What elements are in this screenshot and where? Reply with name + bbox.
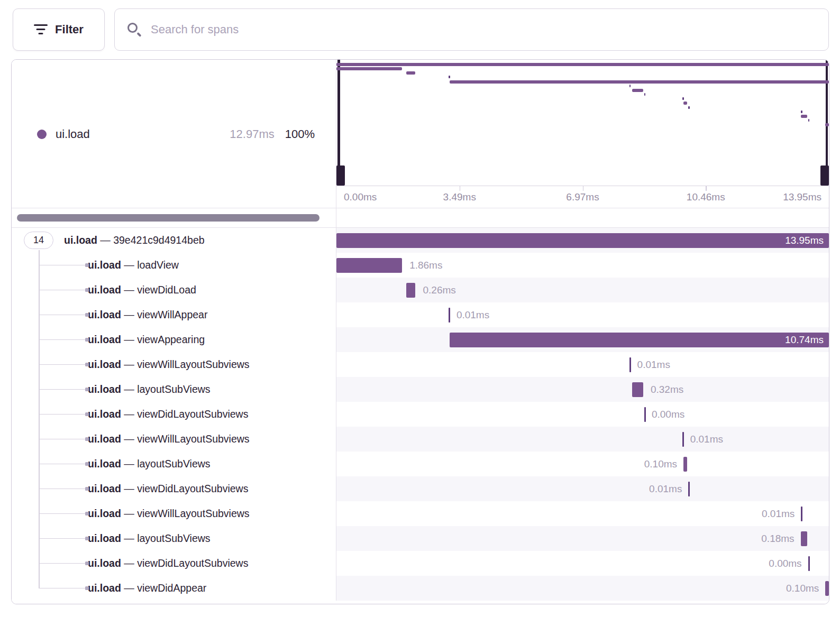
tree-connector-horizontal <box>39 389 85 390</box>
span-title: ui.load — viewDidLayoutSubviews <box>88 483 248 495</box>
op-duration: 12.97ms <box>230 127 274 141</box>
span-bar-cell: 0.01ms <box>336 352 829 377</box>
span-duration-label: 10.74ms <box>450 333 829 347</box>
span-row[interactable]: ui.load — viewWillLayoutSubviews0.01ms <box>12 427 829 452</box>
tree-connector-dot <box>85 437 89 441</box>
span-tree-cell: ui.load — viewDidLayoutSubviews <box>12 551 336 576</box>
span-duration-label: 1.86ms <box>409 260 442 271</box>
span-row[interactable]: 14ui.load — 39e421c9d4914beb13.95ms <box>12 228 829 253</box>
tree-connector-horizontal <box>39 538 85 539</box>
span-title: ui.load — viewWillLayoutSubviews <box>88 358 250 371</box>
span-row[interactable]: ui.load — viewWillLayoutSubviews0.01ms <box>12 501 829 526</box>
span-duration-bar[interactable] <box>406 283 415 298</box>
tree-connector-dot <box>85 388 89 391</box>
minimap-right-handle[interactable] <box>820 165 829 186</box>
span-duration-bar[interactable] <box>825 581 829 596</box>
span-duration-bar[interactable]: 13.95ms <box>336 233 829 248</box>
filter-icon <box>34 24 48 35</box>
span-row[interactable]: ui.load — viewDidLoad0.26ms <box>12 278 829 302</box>
tree-connector-dot <box>85 586 89 590</box>
span-duration-bar[interactable] <box>644 407 646 422</box>
minimap-span-bar <box>801 111 802 113</box>
span-bar-cell: 0.01ms <box>336 302 829 327</box>
toolbar: Filter <box>13 8 829 51</box>
axis-tick-label: 0.00ms <box>344 191 377 203</box>
axis-tick-label: 6.97ms <box>566 191 599 203</box>
span-duration-bar[interactable] <box>629 357 631 372</box>
filter-button[interactable]: Filter <box>13 8 105 51</box>
filter-button-label: Filter <box>55 23 84 36</box>
span-duration-label: 0.01ms <box>762 508 795 520</box>
span-duration-bar[interactable] <box>449 308 450 323</box>
trace-panel: ui.load 12.97ms 100% 0.00ms3.49ms6.97ms1… <box>11 59 829 604</box>
span-tree-cell: ui.load — viewDidLayoutSubviews <box>12 476 336 501</box>
span-bar-cell: 1.86ms <box>336 253 829 278</box>
minimap-span-bar <box>336 63 829 66</box>
span-row[interactable]: ui.load — layoutSubViews0.10ms <box>12 452 829 476</box>
span-duration-bar[interactable] <box>632 382 643 397</box>
span-title: ui.load — viewWillAppear <box>88 309 207 321</box>
span-row[interactable]: ui.load — layoutSubViews0.32ms <box>12 377 829 402</box>
tree-connector-horizontal <box>39 563 85 564</box>
span-tree-cell: ui.load — viewDidLayoutSubviews <box>12 402 336 427</box>
span-bar-cell: 0.01ms <box>336 476 829 501</box>
span-title: ui.load — viewDidLoad <box>88 284 196 296</box>
span-duration-bar[interactable]: 10.74ms <box>450 333 829 347</box>
span-duration-bar[interactable] <box>801 507 802 521</box>
span-row[interactable]: ui.load — viewDidLayoutSubviews0.01ms <box>12 476 829 501</box>
axis-tick-mark <box>583 186 584 191</box>
span-row[interactable]: ui.load — viewDidLayoutSubviews0.00ms <box>12 402 829 427</box>
op-name: ui.load <box>56 127 90 141</box>
op-color-dot <box>37 130 47 139</box>
span-row[interactable]: ui.load — viewDidAppear0.10ms <box>12 576 829 601</box>
minimap-span-bar <box>629 85 631 87</box>
span-row[interactable]: ui.load — viewDidLayoutSubviews0.00ms <box>12 551 829 576</box>
tree-connector-dot <box>85 313 89 317</box>
tree-connector-dot <box>85 288 89 292</box>
trace-minimap[interactable] <box>336 60 829 186</box>
span-duration-label: 0.18ms <box>761 533 794 545</box>
tree-connector-horizontal <box>39 315 85 316</box>
span-bar-cell: 0.00ms <box>336 402 829 427</box>
span-duration-bar[interactable] <box>336 258 402 273</box>
minimap-span-bar <box>406 71 415 75</box>
axis-tick-mark <box>706 186 707 191</box>
span-row[interactable]: ui.load — loadView1.86ms <box>12 253 829 278</box>
span-title: ui.load — viewAppearing <box>88 334 205 346</box>
span-tree-cell: ui.load — viewDidLoad <box>12 278 336 302</box>
axis-section: 0.00ms3.49ms6.97ms10.46ms13.95ms <box>12 186 829 208</box>
minimap-span-bar <box>644 93 646 96</box>
minimap-span-bar <box>450 80 829 84</box>
search-input[interactable] <box>151 23 816 36</box>
axis-tick-label: 13.95ms <box>783 191 821 203</box>
span-tree-cell: ui.load — viewWillAppear <box>12 302 336 327</box>
span-duration-bar[interactable] <box>688 482 690 496</box>
tree-connector-dot <box>85 512 89 515</box>
span-row[interactable]: ui.load — layoutSubViews0.18ms <box>12 526 829 551</box>
span-title: ui.load — layoutSubViews <box>88 532 211 545</box>
span-duration-bar[interactable] <box>683 457 687 472</box>
span-row[interactable]: ui.load — viewWillLayoutSubviews0.01ms <box>12 352 829 377</box>
span-row[interactable]: ui.load — viewWillAppear0.01ms <box>12 302 829 327</box>
span-duration-bar[interactable] <box>801 531 807 546</box>
span-duration-bar[interactable] <box>808 556 810 571</box>
span-tree-cell: ui.load — layoutSubViews <box>12 452 336 476</box>
minimap-span-bar <box>825 123 829 126</box>
span-bar-cell: 0.32ms <box>336 377 829 402</box>
span-duration-label: 0.01ms <box>637 359 670 371</box>
span-count-badge[interactable]: 14 <box>24 232 53 249</box>
tree-connector-horizontal <box>39 414 85 415</box>
span-duration-bar[interactable] <box>682 432 684 447</box>
tree-connector-dot <box>85 363 89 366</box>
span-row[interactable]: ui.load — viewAppearing10.74ms <box>12 327 829 352</box>
search-box[interactable] <box>114 8 829 51</box>
tree-connector-horizontal <box>39 364 85 365</box>
tree-connector-horizontal <box>39 588 85 589</box>
horizontal-scrollbar-thumb[interactable] <box>17 214 319 222</box>
tree-connector-dot <box>85 338 89 342</box>
span-bar-cell: 13.95ms <box>336 228 829 253</box>
scrollbar-track <box>12 208 336 227</box>
minimap-left-handle[interactable] <box>336 165 345 186</box>
span-tree-cell: ui.load — viewWillLayoutSubviews <box>12 352 336 377</box>
span-title: ui.load — 39e421c9d4914beb <box>64 234 205 246</box>
